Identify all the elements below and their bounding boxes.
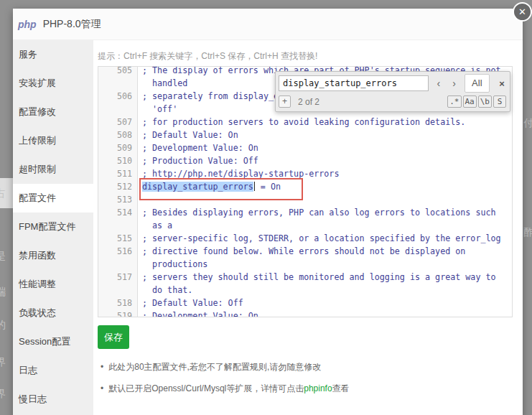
notes: •此处为80主配置文件,若您不了解配置规则,请勿随意修改•默认已开启Openss…	[98, 361, 523, 395]
code-text: ; Besides displaying errors, PHP can als…	[138, 206, 512, 219]
code-text: ; server-specific log, STDERR, or a loca…	[138, 232, 512, 245]
note-text: 此处为80主配置文件,若您不了解配置规则,请勿随意修改	[108, 362, 321, 372]
sidebar-item-FPM配置文件[interactable]: FPM配置文件	[13, 213, 93, 241]
note-item: •此处为80主配置文件,若您不了解配置规则,请勿随意修改	[98, 361, 523, 373]
sidebar-item-禁用函数[interactable]: 禁用函数	[13, 241, 93, 270]
search-close-button[interactable]: ×	[497, 78, 507, 89]
code-text: ; Development Value: On	[138, 309, 512, 317]
backdrop-fragment: 占	[0, 187, 9, 200]
code-text: ; Default Value: Off	[138, 297, 512, 309]
line-number: 510	[98, 154, 138, 167]
sidebar-item-日志[interactable]: 日志	[13, 356, 93, 385]
code-row[interactable]: 516; directive found below. While errors…	[98, 245, 512, 258]
code-text: ; Default Value: On	[138, 129, 512, 141]
code-row[interactable]: 519; Development Value: On	[98, 309, 512, 317]
code-row[interactable]: 514; Besides displaying errors, PHP can …	[98, 206, 512, 219]
line-number: 513	[98, 193, 138, 206]
code-row[interactable]: 510; Production Value: Off	[98, 154, 512, 167]
line-number	[98, 219, 138, 232]
sidebar-item-上传限制[interactable]: 上传限制	[13, 126, 93, 155]
search-next-button[interactable]: ›	[449, 78, 460, 89]
selection-toggle[interactable]: S	[493, 95, 506, 108]
code-row[interactable]: 512display_startup_errors = On	[98, 180, 512, 193]
php-logo: php	[18, 19, 37, 30]
sidebar-item-安装扩展[interactable]: 安装扩展	[13, 69, 93, 98]
save-button[interactable]: 保存	[98, 325, 129, 349]
bullet-icon: •	[101, 362, 103, 372]
sidebar-item-服务[interactable]: 服务	[13, 40, 93, 69]
close-button[interactable]: ✕	[513, 2, 532, 22]
search-all-button[interactable]: All	[465, 74, 490, 93]
search-panel: ‹ › All × + 2 of 2	[275, 71, 510, 112]
code-row[interactable]: 507; for production servers to avoid lea…	[98, 116, 512, 129]
line-number: 516	[98, 245, 138, 258]
code-text: ; directive found below. While errors sh…	[138, 245, 512, 258]
match-count: 2 of 2	[298, 97, 319, 107]
code-text: ; Production Value: Off	[138, 154, 512, 167]
chevron-left-icon: ‹	[437, 78, 440, 89]
sidebar-item-慢日志[interactable]: 慢日志	[13, 385, 93, 414]
code-text: ; Development Value: On	[138, 141, 512, 154]
text-cursor	[254, 182, 255, 191]
backdrop-fragment: 界	[0, 356, 9, 369]
sidebar-item-负载状态[interactable]: 负载状态	[13, 299, 93, 327]
line-number: 512	[98, 180, 138, 193]
code-row[interactable]: 513	[98, 193, 512, 206]
modal-title: PHP-8.0管理	[43, 18, 101, 31]
line-number: 515	[98, 232, 138, 245]
line-number: 507	[98, 116, 138, 129]
search-prev-button[interactable]: ‹	[433, 78, 444, 89]
regex-toggle[interactable]: .*	[447, 95, 461, 108]
case-toggle[interactable]: Aa	[463, 95, 477, 108]
code-text: ; servers they should still be monitored…	[138, 271, 512, 284]
code-text: as a	[138, 219, 512, 232]
code-row[interactable]: 518; Default Value: Off	[98, 297, 512, 309]
sidebar-item-配置文件[interactable]: 配置文件	[13, 184, 93, 213]
content-panel: 提示：Ctrl+F 搜索关键字，Ctrl+S 保存，Ctrl+H 查找替换! 5…	[93, 40, 523, 415]
line-number: 514	[98, 206, 138, 219]
line-number: 509	[98, 141, 138, 154]
line-number	[98, 77, 138, 90]
note-text: 默认已开启Openssl/Curl/Mysql等扩展，详情可点击	[108, 383, 304, 393]
code-text: ; http://php.net/display-startup-errors	[138, 167, 512, 180]
line-number: 505	[98, 66, 138, 77]
backdrop-fragment: 的	[0, 319, 9, 332]
code-row[interactable]: productions	[98, 258, 512, 271]
note-text: 查看	[332, 383, 350, 393]
line-number: 518	[98, 297, 138, 309]
code-text: do that.	[138, 284, 512, 297]
line-number	[98, 258, 138, 271]
word-toggle[interactable]: \b	[478, 95, 492, 108]
sidebar-item-配置修改[interactable]: 配置修改	[13, 98, 93, 126]
code-row[interactable]: 515; server-specific log, STDERR, or a l…	[98, 232, 512, 245]
code-row[interactable]: 511; http://php.net/display-startup-erro…	[98, 167, 512, 180]
code-text: ; for production servers to avoid leakin…	[138, 116, 512, 129]
code-row[interactable]: 509; Development Value: On	[98, 141, 512, 154]
backdrop-fragment: 付	[523, 117, 532, 130]
code-row[interactable]: do that.	[98, 284, 512, 297]
backdrop-fragment: 是	[0, 250, 9, 263]
code-text: display_startup_errors = On	[138, 180, 512, 193]
line-number: 511	[98, 167, 138, 180]
close-icon: ✕	[518, 6, 526, 17]
search-match-selected: display_startup_errors	[142, 182, 253, 192]
add-search-button[interactable]: +	[279, 95, 291, 108]
code-text	[138, 193, 512, 206]
code-text: = On	[256, 182, 281, 192]
search-input[interactable]	[279, 75, 429, 91]
sidebar-item-Session配置[interactable]: Session配置	[13, 327, 93, 356]
editor-wrap: 505; The display of errors which are par…	[98, 66, 513, 317]
phpinfo-link[interactable]: phpinfo	[304, 383, 332, 393]
code-text: productions	[138, 258, 512, 271]
backdrop-fragment: 界	[0, 388, 9, 401]
code-row[interactable]: 508; Default Value: On	[98, 129, 512, 141]
sidebar-item-超时限制[interactable]: 超时限制	[13, 155, 93, 184]
close-icon: ×	[499, 78, 505, 89]
code-row[interactable]: 517; servers they should still be monito…	[98, 271, 512, 284]
php-manager-modal: ✕ php PHP-8.0管理 服务安装扩展配置修改上传限制超时限制配置文件FP…	[13, 9, 523, 415]
sidebar-item-性能调整[interactable]: 性能调整	[13, 270, 93, 299]
chevron-right-icon: ›	[452, 78, 456, 89]
code-row[interactable]: as a	[98, 219, 512, 232]
backdrop-fragment: 端	[0, 286, 9, 299]
line-number: 508	[98, 129, 138, 141]
